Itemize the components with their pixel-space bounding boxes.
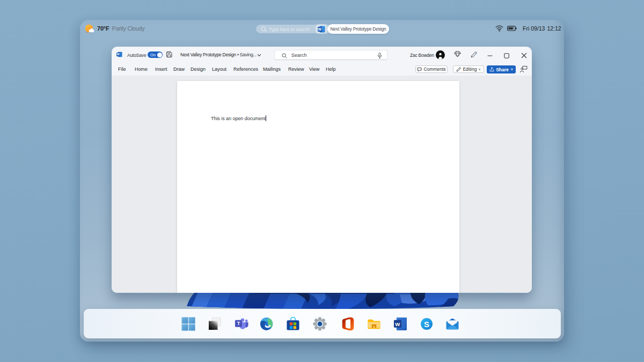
svg-text:S: S xyxy=(424,320,429,329)
svg-text:T: T xyxy=(237,321,240,326)
svg-text:W: W xyxy=(395,321,400,327)
svg-text:W: W xyxy=(116,53,120,56)
svg-text:W: W xyxy=(318,27,321,31)
